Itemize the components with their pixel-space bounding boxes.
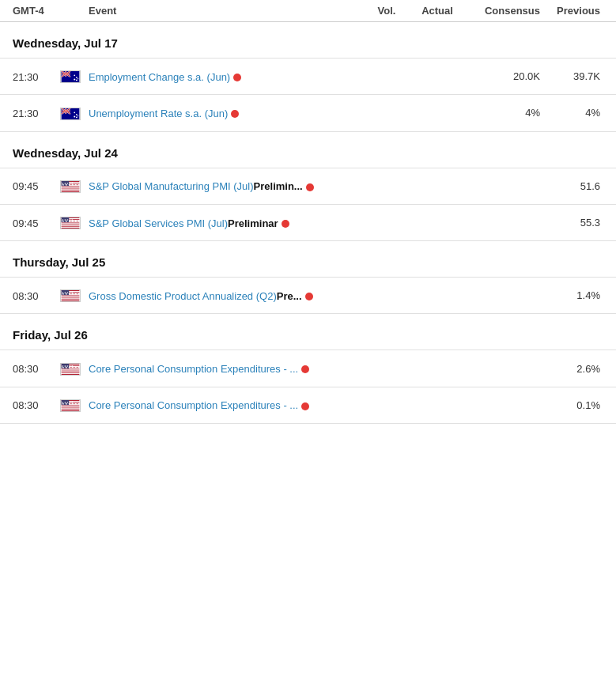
event-time: 08:30 [13,399,60,411]
event-name[interactable]: S&P Global Services PMI (Jul)Preliminar [89,217,368,229]
svg-point-29 [77,115,78,116]
event-flag: ★★★★★★ ★★★★★ [60,179,89,193]
svg-text:★★★★★: ★★★★★ [62,401,74,404]
section-date-header: Thursday, Jul 25 [0,241,616,277]
col-previous-header: Previous [540,5,603,17]
col-timezone: GMT-4 [13,5,60,17]
event-previous: 1.4% [540,289,603,301]
event-time: 09:45 [13,179,60,192]
svg-point-12 [76,80,77,81]
svg-rect-42 [62,191,80,192]
australia-flag-icon [60,108,81,120]
svg-rect-56 [62,226,80,227]
svg-rect-71 [62,298,80,299]
event-previous: 4% [540,107,603,119]
table-row: 08:30 ★★★★★★ ★★★★★ Core Personal Consump… [0,387,616,424]
section-date-header: Wednesday, Jul 17 [0,22,616,58]
table-row: 08:30 ★★★★★★ ★★★★★ Core Personal Consump… [0,350,616,386]
event-previous: 39.7K [540,70,603,82]
svg-rect-37 [62,187,80,187]
col-event-header: Event [89,5,368,17]
us-flag-icon: ★★★★★★ ★★★★★ [60,363,81,376]
event-name[interactable]: Core Personal Consumption Expenditures -… [89,399,368,411]
svg-rect-41 [62,191,80,191]
svg-rect-54 [62,225,80,225]
svg-point-11 [76,77,77,78]
event-name[interactable]: Gross Domestic Product Annualized (Q2)Pr… [89,289,368,302]
svg-rect-106 [62,410,80,411]
svg-rect-89 [62,373,80,374]
table-row: 09:45 ★★★★★★ ★★★★★ S&P Global Services P… [0,204,616,241]
svg-rect-58 [62,228,80,229]
svg-text:★★★★★: ★★★★★ [62,364,74,367]
table-header: GMT-4 Event Vol. Actual Consensus Previo… [0,0,616,22]
event-flag: ★★★★★★ ★★★★★ [60,216,89,229]
svg-rect-38 [62,188,80,189]
svg-text:★★★★★: ★★★★★ [62,291,74,294]
svg-rect-105 [62,410,80,410]
svg-rect-39 [62,189,80,190]
svg-rect-88 [62,372,80,373]
event-name[interactable]: Employment Change s.a. (Jun) [89,70,368,83]
col-consensus-header: Consensus [469,5,540,17]
table-row: 21:30 Unemployment Rate s.a. (Jun)4%4% [0,94,616,131]
importance-dot-icon [282,220,289,228]
event-previous: 2.6% [540,363,603,375]
svg-rect-104 [62,409,80,410]
event-consensus: 4% [469,107,540,119]
event-previous: 51.6 [540,180,603,192]
section-date-header: Friday, Jul 26 [0,314,616,350]
svg-rect-70 [62,297,80,298]
event-time: 08:30 [13,289,60,302]
event-previous: 55.3 [540,217,603,229]
event-time: 21:30 [13,70,60,83]
svg-rect-101 [62,406,80,407]
svg-rect-57 [62,227,80,228]
event-name[interactable]: Core Personal Consumption Expenditures -… [89,362,368,375]
importance-dot-icon [231,110,239,118]
svg-text:★★★★★: ★★★★★ [62,218,74,221]
event-name[interactable]: Unemployment Rate s.a. (Jun) [89,107,368,119]
svg-rect-86 [62,370,80,371]
importance-dot-icon [306,183,314,191]
svg-point-14 [77,78,78,79]
us-flag-icon: ★★★★★★ ★★★★★ [60,289,81,302]
importance-dot-icon [301,365,309,373]
event-flag [60,106,89,119]
event-flag [60,70,89,83]
event-time: 21:30 [13,107,60,119]
table-row: 09:45 ★★★★★★ ★★★★★ S&P Global Manufactur… [0,168,616,204]
col-vol-header: Vol. [368,5,406,17]
svg-rect-102 [62,407,80,408]
svg-rect-103 [62,408,80,409]
section-2: Thursday, Jul 2508:30 ★★★★★★ ★★★★★ Gross… [0,241,616,314]
svg-rect-73 [62,300,80,300]
svg-point-13 [74,75,75,77]
australia-flag-icon [60,70,81,83]
svg-text:★★★★★: ★★★★★ [62,181,74,184]
importance-dot-icon [305,293,313,300]
svg-rect-53 [62,224,80,225]
section-date-header: Wednesday, Jul 24 [0,132,616,168]
event-time: 08:30 [13,362,60,375]
importance-dot-icon [233,74,241,81]
svg-rect-87 [62,371,80,372]
svg-point-28 [74,111,75,113]
col-actual-header: Actual [406,5,469,17]
svg-point-26 [76,114,77,115]
table-row: 08:30 ★★★★★★ ★★★★★ Gross Domestic Produc… [0,277,616,314]
us-flag-icon: ★★★★★★ ★★★★★ [60,180,81,193]
svg-point-27 [76,116,77,118]
section-3: Friday, Jul 2608:30 ★★★★★★ ★★★★★ Core Pe… [0,314,616,424]
event-previous: 0.1% [540,399,603,411]
section-1: Wednesday, Jul 2409:45 ★★★★★★ ★★★★★ S&P … [0,132,616,242]
event-name[interactable]: S&P Global Manufacturing PMI (Jul)Prelim… [89,179,368,192]
svg-rect-72 [62,299,80,300]
event-consensus: 20.0K [469,70,540,82]
svg-point-25 [74,115,75,117]
svg-rect-90 [62,374,80,375]
importance-dot-icon [301,402,309,410]
svg-point-10 [74,79,75,81]
svg-rect-69 [62,297,80,297]
table-row: 21:30 Employment Change s.a. (Jun)20.0K3… [0,58,616,94]
